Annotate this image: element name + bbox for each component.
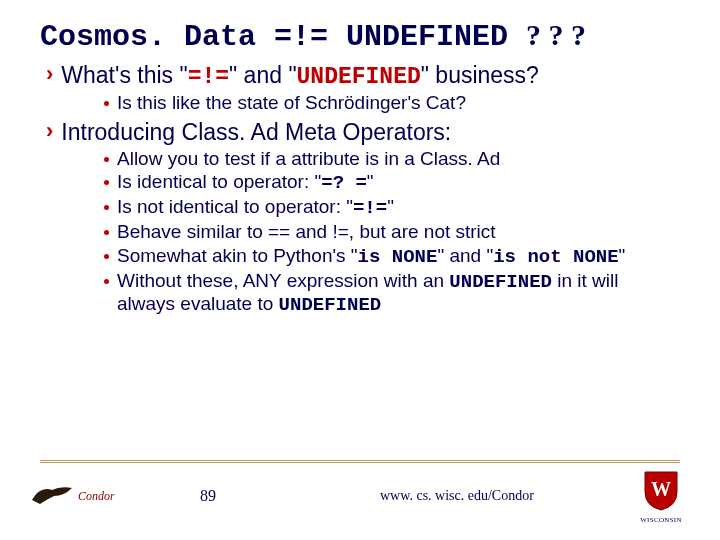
slide-title: Cosmos. Data =!= UNDEFINED ? ? ? bbox=[40, 18, 680, 54]
dot-icon bbox=[104, 230, 109, 235]
sub-bullet-item: Is not identical to operator: "=!=" bbox=[104, 196, 680, 220]
dot-icon bbox=[104, 205, 109, 210]
dot-icon bbox=[104, 254, 109, 259]
shield-icon: W bbox=[641, 468, 681, 512]
bullet-text: What's this "=!=" and "UNDEFINED" busine… bbox=[61, 62, 539, 90]
page-number: 89 bbox=[200, 487, 320, 505]
bullet-text: Introducing Class. Ad Meta Operators: bbox=[61, 119, 451, 145]
footer-url: www. cs. wisc. edu/Condor bbox=[380, 488, 632, 504]
sub-bullet-text: Without these, ANY expression with an UN… bbox=[117, 270, 680, 318]
sub-bullet-item: Without these, ANY expression with an UN… bbox=[104, 270, 680, 318]
sub-bullet-text: Behave similar to == and !=, but are not… bbox=[117, 221, 496, 244]
sub-bullet-item: Somewhat akin to Python's "is NONE" and … bbox=[104, 245, 680, 269]
sub-bullet-text: Is not identical to operator: "=!=" bbox=[117, 196, 394, 220]
wisconsin-logo: W WISCONSIN bbox=[632, 468, 690, 524]
dot-icon bbox=[104, 157, 109, 162]
sub-bullet-item: Is identical to operator: "=? =" bbox=[104, 171, 680, 195]
bullet-item: › What's this "=!=" and "UNDEFINED" busi… bbox=[46, 62, 680, 90]
condor-logo: Condor bbox=[30, 482, 170, 510]
sub-bullet-item: Is this like the state of Schrödinger's … bbox=[104, 92, 680, 115]
sub-bullet-text: Is identical to operator: "=? =" bbox=[117, 171, 374, 195]
title-qmarks: ? ? ? bbox=[526, 18, 586, 51]
sub-bullet-text: Somewhat akin to Python's "is NONE" and … bbox=[117, 245, 625, 269]
wisconsin-text: WISCONSIN bbox=[632, 516, 690, 524]
chevron-icon: › bbox=[46, 119, 53, 143]
svg-text:W: W bbox=[651, 478, 671, 500]
sub-bullet-text: Allow you to test if a attribute is in a… bbox=[117, 148, 500, 171]
dot-icon bbox=[104, 101, 109, 106]
sub-bullet-item: Allow you to test if a attribute is in a… bbox=[104, 148, 680, 171]
bullet-item: › Introducing Class. Ad Meta Operators: bbox=[46, 119, 680, 145]
dot-icon bbox=[104, 180, 109, 185]
chevron-icon: › bbox=[46, 62, 53, 86]
condor-logo-text: Condor bbox=[78, 489, 115, 504]
sub-bullet-text: Is this like the state of Schrödinger's … bbox=[117, 92, 466, 115]
title-code: Cosmos. Data =!= UNDEFINED bbox=[40, 20, 508, 54]
bird-icon bbox=[30, 482, 74, 510]
slide-footer: Condor 89 www. cs. wisc. edu/Condor W WI… bbox=[0, 466, 720, 526]
dot-icon bbox=[104, 279, 109, 284]
sub-bullet-item: Behave similar to == and !=, but are not… bbox=[104, 221, 680, 244]
